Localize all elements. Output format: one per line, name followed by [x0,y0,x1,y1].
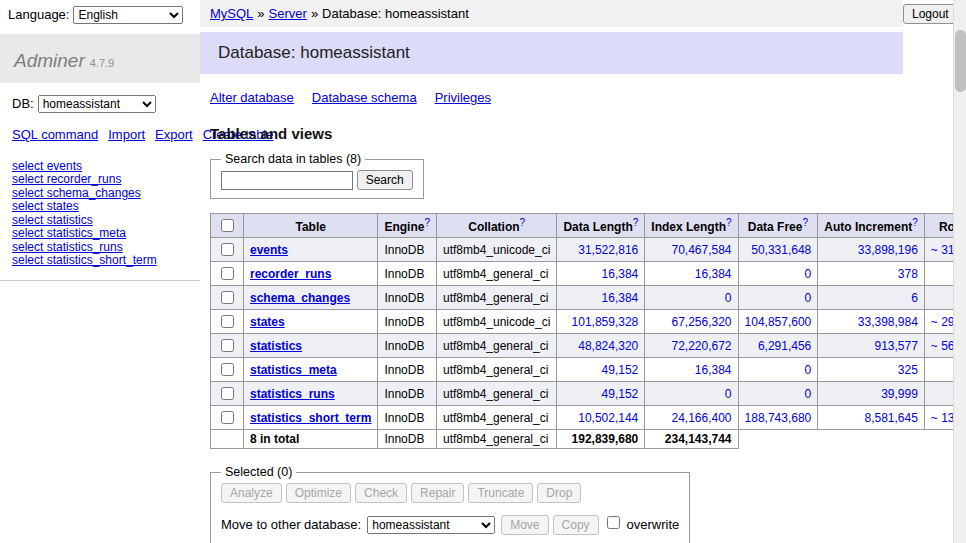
row-checkbox-cell [211,382,244,406]
column-header: Data Free? [738,214,818,238]
db-select[interactable]: homeassistant [38,95,156,113]
content-link[interactable]: Database schema [312,90,417,105]
search-button[interactable]: Search [357,170,413,190]
scrollbar-thumb[interactable] [955,30,966,92]
operation-button[interactable]: Drop [537,483,581,503]
brand: Adminer4.7.9 [0,34,200,83]
row-checkbox[interactable] [221,387,234,400]
column-help-link[interactable]: ? [726,217,732,228]
row-checkbox[interactable] [221,363,234,376]
operation-button[interactable]: Check [355,483,407,503]
total-data-length: 192,839,680 [557,430,645,449]
sidebar-table-link[interactable]: select recorder_runs [12,173,188,187]
total-index-length: 234,143,744 [645,430,738,449]
operation-button[interactable]: Optimize [286,483,351,503]
collation-cell: utf8mb4_general_ci [436,334,556,358]
table-name-cell: states [244,310,378,334]
sidebar-table-link[interactable]: select statistics [12,214,188,228]
column-help-link[interactable]: ? [633,217,639,228]
table-body: events InnoDB utf8mb4_unicode_ci 31,522,… [211,238,966,430]
column-header: Auto Increment? [818,214,925,238]
row-checkbox-cell [211,406,244,430]
engine-cell: InnoDB [378,334,437,358]
table-name-cell: statistics_short_term [244,406,378,430]
collation-cell: utf8mb4_general_ci [436,286,556,310]
sidebar-link[interactable]: SQL command [12,127,98,142]
index-length-cell: 70,467,584 [645,238,738,262]
row-checkbox[interactable] [221,291,234,304]
language-label: Language: [8,7,69,22]
engine-cell: InnoDB [378,310,437,334]
search-input[interactable] [221,171,353,190]
brand-name: Adminer [14,50,85,71]
data-free-cell: 0 [738,286,818,310]
row-checkbox[interactable] [221,411,234,424]
data-length-cell: 31,522,816 [557,238,645,262]
table-link[interactable]: states [250,315,285,329]
column-help-link[interactable]: ? [520,217,526,228]
breadcrumb-mysql[interactable]: MySQL [210,6,253,21]
main-content: Alter databaseDatabase schemaPrivileges … [200,90,953,543]
column-help-link[interactable]: ? [802,217,808,228]
data-free-cell: 6,291,456 [738,334,818,358]
operation-button[interactable]: Analyze [221,483,282,503]
total-empty-cells [738,430,966,449]
overwrite-label: overwrite [627,517,680,532]
table-name-cell: statistics_runs [244,382,378,406]
data-length-cell: 101,859,328 [557,310,645,334]
sidebar-link[interactable]: Export [155,127,193,142]
language-select[interactable]: English [73,6,183,24]
sidebar-table-link[interactable]: select statistics_short_term [12,254,188,268]
sidebar: Language:English Adminer4.7.9 DB:homeass… [0,0,200,543]
column-header: Engine? [378,214,437,238]
move-label: Move to other database: [221,517,361,532]
sidebar-table-link[interactable]: select statistics_runs [12,241,188,255]
engine-cell: InnoDB [378,358,437,382]
table-link[interactable]: statistics_short_term [250,411,371,425]
row-checkbox[interactable] [221,315,234,328]
main-area: MySQL»Server»Database: homeassistant Log… [200,0,953,543]
data-free-cell: 104,857,600 [738,310,818,334]
auto-increment-cell: 6 [818,286,925,310]
table-link[interactable]: statistics_meta [250,363,337,377]
table-name-cell: statistics [244,334,378,358]
table-row: statistics InnoDB utf8mb4_general_ci 48,… [211,334,966,358]
sidebar-table-link[interactable]: select events [12,160,188,174]
total-engine: InnoDB [378,430,437,449]
table-link[interactable]: recorder_runs [250,267,331,281]
sidebar-link[interactable]: Import [108,127,145,142]
sidebar-table-link[interactable]: select schema_changes [12,187,188,201]
column-header: Data Length? [557,214,645,238]
content-link[interactable]: Privileges [435,90,491,105]
table-header-row: TableEngine?Collation?Data Length?Index … [211,214,966,238]
overwrite-checkbox[interactable] [607,516,620,529]
total-label: 8 in total [244,430,378,449]
search-fieldset: Search data in tables (8) Search [210,152,424,199]
row-checkbox[interactable] [221,267,234,280]
content-link[interactable]: Alter database [210,90,294,105]
column-help-link[interactable]: ? [912,217,918,228]
collation-cell: utf8mb4_general_ci [436,262,556,286]
move-database-select[interactable]: homeassistant [367,516,495,534]
logout-button[interactable]: Logout [903,4,958,24]
sidebar-table-link[interactable]: select states [12,200,188,214]
table-link[interactable]: statistics [250,339,302,353]
move-button[interactable]: Move [501,515,548,535]
language-row: Language:English [0,0,200,30]
select-all-checkbox[interactable] [221,219,234,232]
table-link[interactable]: schema_changes [250,291,350,305]
row-checkbox[interactable] [221,339,234,352]
breadcrumb-server[interactable]: Server [269,6,307,21]
copy-button[interactable]: Copy [553,515,599,535]
operation-button[interactable]: Repair [411,483,464,503]
total-row: 8 in total InnoDB utf8mb4_general_ci 192… [211,430,966,449]
row-checkbox[interactable] [221,243,234,256]
page-title: Database: homeassistant [200,32,903,74]
column-help-link[interactable]: ? [424,217,430,228]
operation-button[interactable]: Truncate [468,483,533,503]
table-link[interactable]: events [250,243,288,257]
vertical-scrollbar[interactable] [953,0,966,543]
table-link[interactable]: statistics_runs [250,387,335,401]
sidebar-table-link[interactable]: select statistics_meta [12,227,188,241]
table-name-cell: recorder_runs [244,262,378,286]
